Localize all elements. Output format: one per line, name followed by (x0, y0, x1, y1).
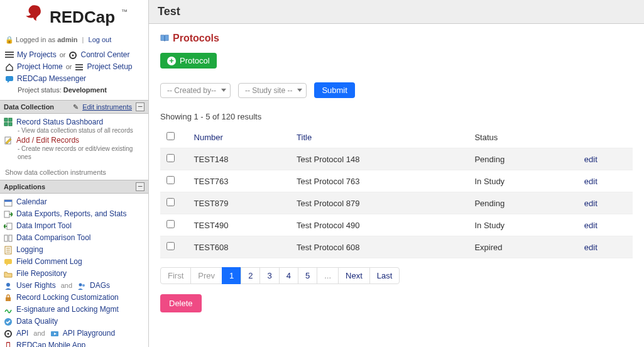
protocols-heading: Protocols (160, 33, 633, 44)
row-checkbox[interactable] (166, 154, 175, 162)
data-collection-link[interactable]: Add / Edit Records (16, 136, 145, 145)
cell-number: TEST763 (188, 170, 290, 192)
calendar-icon (4, 198, 13, 207)
pager: FirstPrev12345...NextLast (160, 267, 633, 284)
app-link[interactable]: Logging (16, 245, 43, 255)
pager-last[interactable]: Last (369, 267, 400, 284)
login-user: admin (57, 36, 77, 43)
grid-icon (4, 118, 13, 126)
chat-icon (5, 75, 14, 84)
collapse-button[interactable]: – (136, 182, 145, 191)
section-applications-header: Applications – (0, 180, 148, 194)
svg-rect-18 (4, 211, 9, 218)
log-icon (4, 246, 13, 255)
cell-status: Pending (468, 192, 577, 214)
plus-icon: + (167, 57, 176, 65)
svg-point-27 (6, 283, 10, 287)
app-link[interactable]: API (16, 328, 28, 339)
svg-rect-12 (9, 118, 12, 121)
data-collection-link[interactable]: Record Status Dashboard (16, 118, 133, 126)
pager-page[interactable]: 3 (259, 267, 279, 284)
svg-point-29 (82, 284, 85, 287)
control-center-link[interactable]: Control Center (80, 50, 129, 60)
lock-gear-icon (4, 294, 13, 302)
project-home-link[interactable]: Project Home (17, 62, 63, 72)
created-by-select[interactable]: -- Created by-- (160, 83, 231, 98)
svg-rect-19 (7, 223, 12, 229)
app-link[interactable]: DAGs (90, 280, 110, 291)
app-link[interactable]: Field Comment Log (16, 256, 82, 267)
app-item: APIandAPI Playground (3, 328, 146, 339)
edit-link[interactable]: edit (584, 243, 598, 252)
pager-prev: Prev (190, 267, 222, 284)
api-icon (4, 329, 13, 338)
app-link[interactable]: Calendar (16, 197, 47, 207)
my-projects-link[interactable]: My Projects (17, 50, 57, 60)
edit-link[interactable]: edit (584, 177, 598, 186)
cell-number: TEST490 (188, 214, 290, 236)
collapse-button[interactable]: – (136, 102, 145, 111)
redcap-logo: REDCap ™ (0, 0, 148, 33)
filter-row: -- Created by-- -- Study site -- Submit (160, 82, 633, 98)
cell-title: Test Protocol 608 (290, 236, 468, 258)
project-setup-link[interactable]: Project Setup (87, 62, 132, 72)
app-link[interactable]: Data Quality (16, 316, 58, 327)
edit-link[interactable]: edit (584, 199, 598, 208)
app-link[interactable]: API Playground (63, 328, 115, 339)
logout-link[interactable]: Log out (89, 36, 112, 43)
app-link[interactable]: Data Exports, Reports, and Stats (16, 209, 126, 219)
pager-page[interactable]: 2 (241, 267, 260, 284)
pencil-icon: ✎ (73, 103, 79, 111)
row-checkbox[interactable] (166, 176, 175, 184)
pager-page[interactable]: 1 (222, 267, 241, 284)
section-data-collection-header: Data Collection ✎ Edit instruments – (0, 100, 148, 114)
app-link[interactable]: User Rights (16, 280, 56, 291)
app-item: Data Import Tool (3, 220, 146, 232)
data-collection-desc: - View data collection status of all rec… (16, 126, 133, 135)
app-link[interactable]: REDCap Mobile App (16, 340, 85, 347)
cell-status: In Study (468, 214, 577, 236)
show-instruments-link[interactable]: Show data collection instruments (0, 165, 148, 180)
check-icon (4, 317, 13, 326)
row-checkbox[interactable] (166, 198, 175, 206)
row-checkbox[interactable] (166, 242, 175, 250)
data-collection-item: Record Status Dashboard- View data colle… (3, 116, 146, 135)
submit-filter-button[interactable]: Submit (314, 82, 354, 98)
edit-link[interactable]: edit (584, 221, 598, 230)
app-link[interactable]: Data Comparison Tool (16, 233, 91, 243)
list-icon (5, 51, 14, 60)
edit-link[interactable]: edit (584, 155, 598, 164)
setup-icon (75, 63, 84, 72)
cell-status: Pending (468, 148, 577, 170)
add-protocol-button[interactable]: + Protocol (160, 53, 217, 69)
app-link[interactable]: E-signature and Locking Mgmt (16, 304, 119, 315)
cell-title: Test Protocol 763 (290, 170, 468, 192)
col-title-header[interactable]: Title (297, 133, 312, 142)
row-checkbox[interactable] (166, 220, 175, 228)
svg-rect-4 (5, 57, 14, 58)
data-collection-item: Add / Edit Records- Create new records o… (3, 135, 146, 161)
svg-rect-9 (75, 69, 83, 70)
select-all-checkbox[interactable] (166, 132, 175, 140)
login-status-row: 🔒 Logged in as admin | Log out (0, 33, 148, 48)
col-number-header[interactable]: Number (194, 133, 223, 142)
app-link[interactable]: Record Locking Customization (16, 292, 119, 303)
results-summary: Showing 1 - 5 of 120 results (160, 112, 633, 121)
cell-number: TEST608 (188, 236, 290, 258)
edit-instruments-link[interactable]: Edit instruments (82, 103, 132, 111)
pager-page[interactable]: 5 (298, 267, 317, 284)
export-icon (4, 210, 13, 219)
data-collection-body: Record Status Dashboard- View data colle… (0, 114, 148, 165)
main: Test Protocols + Protocol -- Created by-… (149, 0, 644, 347)
messenger-link[interactable]: REDCap Messenger (17, 74, 86, 84)
pager-page[interactable]: 4 (279, 267, 298, 284)
study-site-select[interactable]: -- Study site -- (238, 83, 307, 98)
table-row: TEST148Test Protocol 148Pendingedit (160, 148, 633, 170)
api-play-icon (50, 329, 59, 338)
folder-icon (4, 270, 13, 278)
app-link[interactable]: File Repository (16, 268, 67, 279)
delete-button[interactable]: Delete (160, 294, 202, 312)
applications-body: CalendarData Exports, Reports, and Stats… (0, 194, 148, 347)
app-link[interactable]: Data Import Tool (16, 221, 72, 231)
pager-next[interactable]: Next (338, 267, 370, 284)
